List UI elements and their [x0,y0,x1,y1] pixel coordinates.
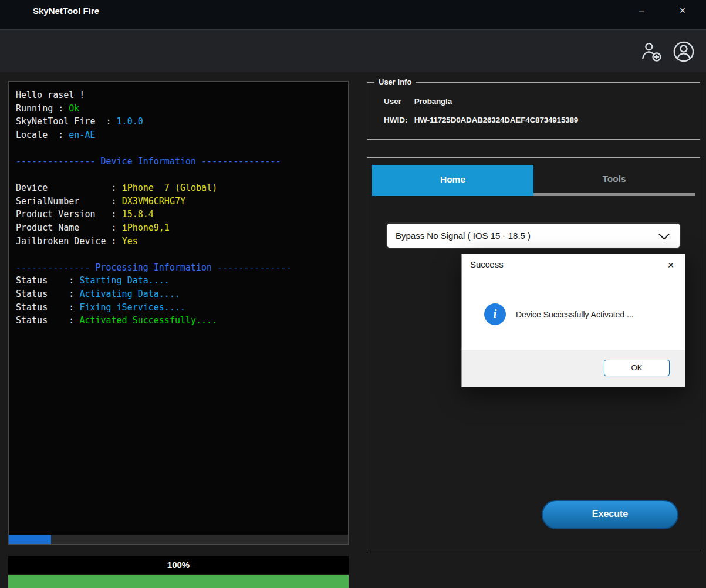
console-section-header: --------------- Device Information -----… [16,155,348,168]
chevron-down-icon [658,229,669,239]
user-info-legend: User Info [374,77,416,86]
tab-home[interactable]: Home [372,165,533,196]
console-value: en-AE [69,130,95,140]
console-value: Fixing iServices.... [79,302,185,313]
console-value: 15.8.4 [122,209,154,219]
user-label: User [384,97,412,106]
console-line: SkyNetTool Fire : 1.0.0 [16,115,348,129]
console-line: Status : Starting Data.... [16,274,348,288]
console-label: Status : [16,302,79,313]
execute-button[interactable]: Execute [542,500,678,529]
console-line: Product Version : 15.8.4 [16,208,348,221]
console-line: Status : Fixing iServices.... [16,301,348,315]
dialog-message: Device Successfully Activated ... [516,310,634,319]
dialog-footer: OK [462,350,685,387]
console-blank-line [16,168,348,182]
console-value: iPhone9,1 [122,222,170,233]
console-label: SerialNumber : [16,196,122,207]
success-dialog: Success × i Device Successfully Activate… [461,254,685,387]
tab-tools[interactable]: Tools [533,165,695,193]
console-line: Status : Activating Data.... [16,288,348,301]
console-label: Status : [16,289,79,299]
bypass-mode-dropdown[interactable]: Bypass No Signal ( IOS 15 - 18.5 ) [386,222,681,249]
console-value: Yes [122,236,138,246]
console-blank-line [16,248,348,261]
user-value: Probangla [414,97,452,106]
close-icon: × [667,259,674,271]
console-label: Locale : [16,130,69,140]
console-line: Locale : en-AE [16,129,348,142]
minimize-icon: – [639,5,644,16]
console-value: DX3VM6CRHG7Y [122,196,185,207]
user-add-icon [639,55,663,65]
console-label: Status : [16,275,79,286]
console-line: Device : iPhone 7 (Global) [16,181,348,195]
toolbar [0,29,706,72]
console-value: iPhone 7 (Global) [122,183,218,193]
close-icon: × [680,5,686,16]
console-value: Ok [69,103,79,114]
hwid-label: HWID: [384,116,412,124]
console-line: Status : Activated Successfully.... [16,314,348,327]
console-value: Starting Data.... [79,275,170,286]
console-value: Activated Successfully.... [79,315,217,326]
dropdown-selected-value: Bypass No Signal ( IOS 15 - 18.5 ) [396,224,531,248]
user-row: User Probangla [384,97,452,106]
console-line: SerialNumber : DX3VM6CRHG7Y [16,195,348,208]
console-label: SkyNetTool Fire : [16,116,117,127]
console-label: Jailbroken Device : [16,236,122,246]
console-section-header: -------------- Processing Information --… [16,261,348,275]
hwid-value: HW-11725D0ADAB26324DAEF4C8734915389 [414,116,578,124]
close-button[interactable]: × [668,1,697,20]
user-account-icon [672,55,695,65]
dialog-title: Success [470,259,504,269]
user-info-box: User Info User Probangla HWID: HW-11725D… [367,82,700,140]
console-value: 1.0.0 [117,116,143,127]
console-label: Product Name : [16,222,122,233]
main-progressbar-fill [8,575,349,588]
console-line: Product Name : iPhone9,1 [16,221,348,235]
titlebar: SkyNetTool Fire – × [0,0,706,29]
progress-percent-label: 100% [167,560,190,570]
main-progressbar [8,575,349,588]
console-line: Jailbroken Device : Yes [16,235,348,248]
progress-label-bar: 100% [8,556,349,574]
app-window: SkyNetTool Fire – × [0,0,706,588]
account-button[interactable] [672,40,695,63]
console-line: Hello rasel ! [16,89,348,102]
console-blank-line [16,141,348,155]
secondary-progressbar-fill [9,535,51,544]
minimize-button[interactable]: – [627,1,656,20]
hwid-row: HWID: HW-11725D0ADAB26324DAEF4C873491538… [384,116,578,124]
console-label: Running : [16,103,69,114]
console-label: Product Version : [16,209,122,219]
console-label: Status : [16,315,79,326]
console-log[interactable]: Hello rasel ! Running : Ok SkyNetTool Fi… [8,81,349,545]
window-title: SkyNetTool Fire [33,6,99,16]
secondary-progressbar [9,535,348,544]
console-value: Activating Data.... [79,289,180,299]
add-user-button[interactable] [639,40,663,63]
console-line: Running : Ok [16,102,348,116]
dialog-close-button[interactable]: × [661,257,680,273]
info-icon: i [484,303,506,325]
ok-button[interactable]: OK [604,360,670,376]
console-label: Device : [16,183,122,193]
